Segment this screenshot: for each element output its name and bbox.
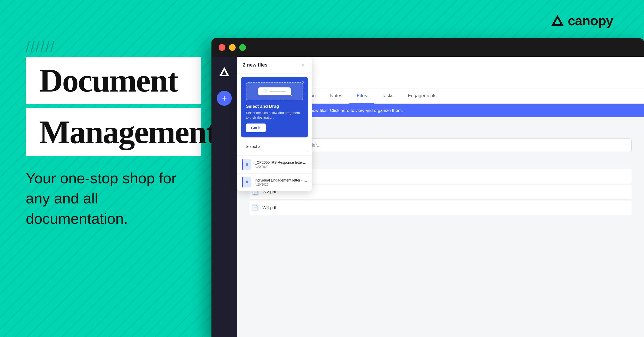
doc-icon-1: ≡ [246, 162, 248, 167]
popup-file-date-2: 4/20/2022 [255, 183, 307, 186]
drag-file-mock: 📄 ──────── [258, 87, 291, 95]
popup-header: 2 new files × [237, 57, 312, 73]
tutorial-card: × 📄 ──────── ↖ Select and Drag Select th… [241, 77, 308, 137]
popup-file-icon-doc1: ≡ [242, 159, 251, 170]
popup-container: 2 new files × × 📄 ──────── ↖ Select and … [237, 57, 312, 337]
doc-icon: 📄 [263, 89, 268, 93]
canopy-logo: canopy [551, 13, 613, 28]
popup-file-icon-doc2: ≡ [242, 177, 251, 187]
browser-content: + AL Alice Lidell ▾ 👤 Client [211, 57, 644, 337]
popup-file-item-2[interactable]: ≡ Individual Engagement letter - 4-13-2.… [237, 173, 312, 191]
popup-file-item-1[interactable]: ≡ _CP2000 IRS Response letter.docx 4/20/… [237, 155, 312, 173]
drag-illustration: 📄 ──────── ↖ [246, 82, 303, 100]
headline-line1: Document [39, 62, 178, 99]
headline-line2: Management [39, 114, 216, 150]
canopy-logo-icon [551, 14, 564, 27]
slash-marks: / / / / / / [26, 38, 53, 55]
canopy-logo-text: canopy [568, 13, 613, 28]
sidebar: + [211, 57, 237, 337]
sidebar-add-button[interactable]: + [217, 91, 232, 106]
popup-close-button[interactable]: × [299, 61, 306, 69]
tab-notes[interactable]: Notes [323, 88, 349, 104]
popup-file-date-1: 4/20/2022 [255, 165, 307, 169]
select-all-button[interactable]: Select all [241, 141, 308, 152]
tab-engagements[interactable]: Engagements [401, 88, 444, 104]
new-files-popup: 2 new files × × 📄 ──────── ↖ Select and … [237, 57, 312, 191]
tab-tasks[interactable]: Tasks [374, 88, 401, 104]
browser-window: + AL Alice Lidell ▾ 👤 Client [211, 38, 644, 337]
headline-box-2: Management [26, 108, 201, 156]
tutorial-title: Select and Drag [246, 104, 303, 109]
tutorial-description: Select the files below and drag them to … [246, 111, 303, 120]
doc-icon-2: ≡ [246, 180, 248, 185]
sidebar-logo [218, 65, 231, 78]
popup-file-details-2: Individual Engagement letter - 4-13-2...… [255, 178, 307, 186]
traffic-light-red[interactable] [219, 44, 225, 51]
tab-files[interactable]: Files [349, 88, 374, 104]
subheadline: Your one-stop shop forany and all docume… [26, 168, 201, 229]
cursor-icon: ↖ [289, 92, 293, 98]
popup-file-name-2: Individual Engagement letter - 4-13-2... [255, 178, 307, 182]
plus-icon: + [221, 94, 227, 103]
got-it-button[interactable]: Got it [246, 124, 266, 132]
popup-file-name-1: _CP2000 IRS Response letter.docx [255, 160, 307, 165]
browser-titlebar [211, 38, 644, 57]
headline-box-1: Document [26, 57, 201, 104]
popup-title: 2 new files [243, 62, 268, 68]
traffic-light-yellow[interactable] [229, 44, 236, 51]
left-content: Document Management Your one-stop shop f… [26, 57, 201, 229]
popup-file-details-1: _CP2000 IRS Response letter.docx 4/20/20… [255, 160, 307, 169]
traffic-light-green[interactable] [239, 44, 246, 51]
